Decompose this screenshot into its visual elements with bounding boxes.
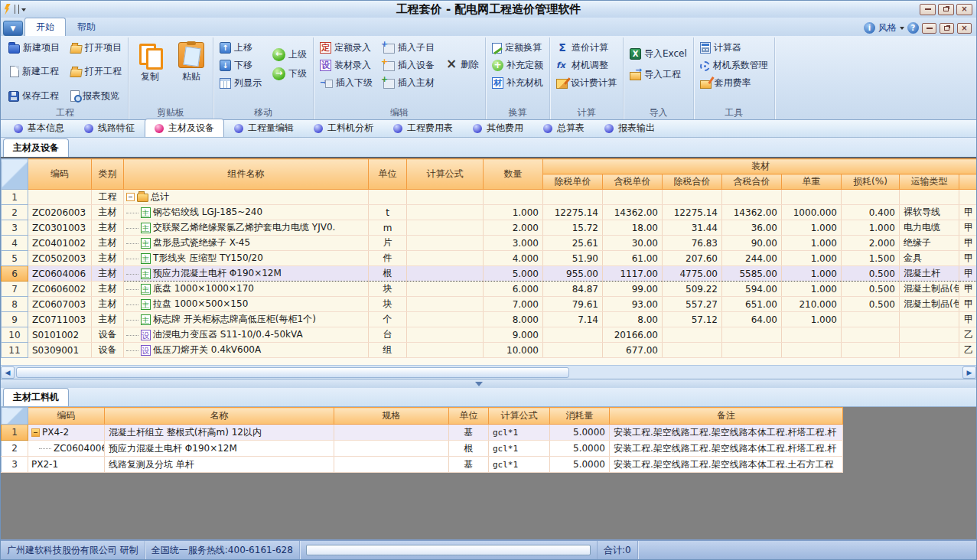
cell-weight[interactable] <box>782 343 842 358</box>
cell-qty[interactable]: 2.000 <box>484 220 543 236</box>
delete-button[interactable]: 删除 <box>442 56 482 73</box>
cell-price-in[interactable]: 14362.00 <box>603 205 663 220</box>
cell-formula[interactable] <box>407 343 484 358</box>
cell-code[interactable]: ZC0606002 <box>28 282 92 297</box>
cell-unit[interactable]: t <box>369 205 407 220</box>
ribbon-minimize-button[interactable] <box>922 23 936 34</box>
cell-qty[interactable]: 5.0000 <box>550 425 610 441</box>
new-work-button[interactable]: 新建工程 <box>5 63 63 80</box>
insert-equipment-button[interactable]: 插入设备 <box>380 57 438 74</box>
cell-code[interactable]: ZC0206003 <box>28 205 92 220</box>
cell-price-ex[interactable]: 51.90 <box>543 251 603 266</box>
scroll-right-icon[interactable]: ▶ <box>962 366 976 379</box>
cell-amt-ex[interactable]: 57.12 <box>663 312 722 327</box>
cell-loss[interactable]: 1.500 <box>842 251 900 266</box>
cell-weight[interactable] <box>782 190 842 205</box>
collapse-icon[interactable] <box>126 193 135 201</box>
cell-price-in[interactable]: 18.00 <box>603 220 663 236</box>
cell-category[interactable]: 主材 <box>92 205 124 220</box>
cell-name[interactable]: 总计 <box>124 190 369 205</box>
cell-loss[interactable] <box>842 343 900 358</box>
cell-supply[interactable]: 甲 <box>959 312 977 327</box>
cell-supply[interactable]: 甲 <box>959 205 977 220</box>
cell-supply[interactable]: 甲 <box>959 282 977 297</box>
table-row[interactable]: 2 ZC0604006 预应力混凝土电杆 Φ190×12M 根 gcl*1 5.… <box>2 441 843 457</box>
cell-category[interactable]: 主材 <box>92 297 124 312</box>
cell-transport[interactable]: 裸软导线 <box>900 205 959 220</box>
import-project-button[interactable]: 导入工程 <box>627 66 690 83</box>
cell-unit[interactable]: 根 <box>449 441 489 457</box>
cell-code[interactable]: PX2-1 <box>28 457 105 473</box>
cell-amt-ex[interactable] <box>663 190 722 205</box>
cell-weight[interactable]: 1.000 <box>782 282 842 297</box>
cell-transport[interactable]: 绝缘子 <box>900 236 959 251</box>
cell-price-in[interactable]: 93.00 <box>603 297 663 312</box>
open-work-button[interactable]: 打开工程 <box>67 63 125 80</box>
cell-amt-ex[interactable]: 207.60 <box>663 251 722 266</box>
row-number[interactable]: 3 <box>2 457 28 473</box>
copy-button[interactable]: 复制 <box>132 39 168 85</box>
cell-unit[interactable]: 台 <box>369 327 407 343</box>
cell-unit[interactable]: 块 <box>369 282 407 297</box>
insert-sublevel-button[interactable]: 插入下级 <box>317 74 376 92</box>
cell-category[interactable]: 主材 <box>92 282 124 297</box>
cell-qty[interactable]: 8.000 <box>484 312 543 327</box>
machine-adjust-button[interactable]: 材机调整 <box>553 57 620 74</box>
cell-amt-in[interactable]: 90.00 <box>722 236 782 251</box>
cell-category[interactable]: 主材 <box>92 220 124 236</box>
cell-unit[interactable]: 基 <box>449 457 489 473</box>
subtab-materials-equipment[interactable]: 主材及设备 <box>3 138 69 157</box>
table-row[interactable]: 1 工程 总计 <box>2 190 977 205</box>
cell-name[interactable]: 主 底盘 1000×1000×170 <box>124 282 369 297</box>
open-project-button[interactable]: 打开项目 <box>67 39 125 57</box>
move-up-button[interactable]: ↑上移 <box>217 39 265 57</box>
cell-qty[interactable]: 4.000 <box>484 251 543 266</box>
coefficient-manage-button[interactable]: 材机系数管理 <box>697 57 771 74</box>
cell-name[interactable]: 设 油浸电力变压器 S11-10/0.4-50kVA <box>124 327 369 343</box>
cell-price-ex[interactable]: 15.72 <box>543 220 603 236</box>
cell-qty[interactable]: 1.000 <box>484 205 543 220</box>
cell-category[interactable]: 主材 <box>92 236 124 251</box>
cell-amt-in[interactable] <box>722 343 782 358</box>
cell-code[interactable]: ZC0604006 <box>28 441 105 457</box>
cell-formula[interactable] <box>407 312 484 327</box>
table-row[interactable]: 9 ZC0711003 主材 主 标志牌 开关柜标志牌高低压柜(每柜1个) 个 … <box>2 312 977 327</box>
cell-unit[interactable]: 组 <box>369 343 407 358</box>
cell-transport[interactable] <box>900 327 959 343</box>
cell-name[interactable]: 主 钢芯铝绞线 LGJ-185~240 <box>124 205 369 220</box>
new-project-button[interactable]: 新建项目 <box>5 39 63 57</box>
cell-category[interactable]: 主材 <box>92 251 124 266</box>
report-preview-button[interactable]: 报表预览 <box>67 87 125 105</box>
cell-name[interactable]: 主 盘形悬式瓷绝缘子 X-45 <box>124 236 369 251</box>
cell-formula[interactable]: gcl*1 <box>489 425 550 441</box>
cell-amt-ex[interactable]: 509.22 <box>663 282 722 297</box>
cell-formula[interactable] <box>407 190 484 205</box>
cell-unit[interactable]: 片 <box>369 236 407 251</box>
cell-unit[interactable]: 个 <box>369 312 407 327</box>
cell-formula[interactable] <box>407 266 484 282</box>
quota-convert-button[interactable]: 定额换算 <box>489 39 546 57</box>
cell-name[interactable]: 线路复测及分坑 单杆 <box>105 457 334 473</box>
cell-transport[interactable] <box>900 312 959 327</box>
cell-category[interactable]: 主材 <box>92 312 124 327</box>
cell-code[interactable] <box>28 190 92 205</box>
cell-qty[interactable]: 6.000 <box>484 282 543 297</box>
tab-report-output[interactable]: 报表输出 <box>594 119 665 137</box>
cell-spec[interactable] <box>334 457 449 473</box>
cell-transport[interactable]: 电力电缆 <box>900 220 959 236</box>
cell-code[interactable]: ZC0604006 <box>28 266 92 282</box>
cell-price-ex[interactable]: 7.14 <box>543 312 603 327</box>
table-row[interactable]: 3 ZC0301003 主材 主 交联聚乙烯绝缘聚氯乙烯护套电力电缆 YJV0.… <box>2 220 977 236</box>
table-row[interactable]: 8 ZC0607003 主材 主 拉盘 1000×500×150 块 7.000… <box>2 297 977 312</box>
cell-unit[interactable]: 块 <box>369 297 407 312</box>
cell-category[interactable]: 主材 <box>92 266 124 282</box>
cell-qty[interactable]: 7.000 <box>484 297 543 312</box>
cell-amt-ex[interactable]: 4775.00 <box>663 266 722 282</box>
app-menu-button[interactable]: ▼ <box>3 21 23 36</box>
cell-name[interactable]: 主 交联聚乙烯绝缘聚氯乙烯护套电力电缆 YJV0. <box>124 220 369 236</box>
cell-loss[interactable]: 2.000 <box>842 236 900 251</box>
table-row[interactable]: 5 ZC0502003 主材 主 T形线夹 压缩型 TY150/20 件 4.0… <box>2 251 977 266</box>
cell-name[interactable]: 主 T形线夹 压缩型 TY150/20 <box>124 251 369 266</box>
cell-qty[interactable]: 5.0000 <box>550 457 610 473</box>
cell-supply[interactable]: 甲 <box>959 297 977 312</box>
